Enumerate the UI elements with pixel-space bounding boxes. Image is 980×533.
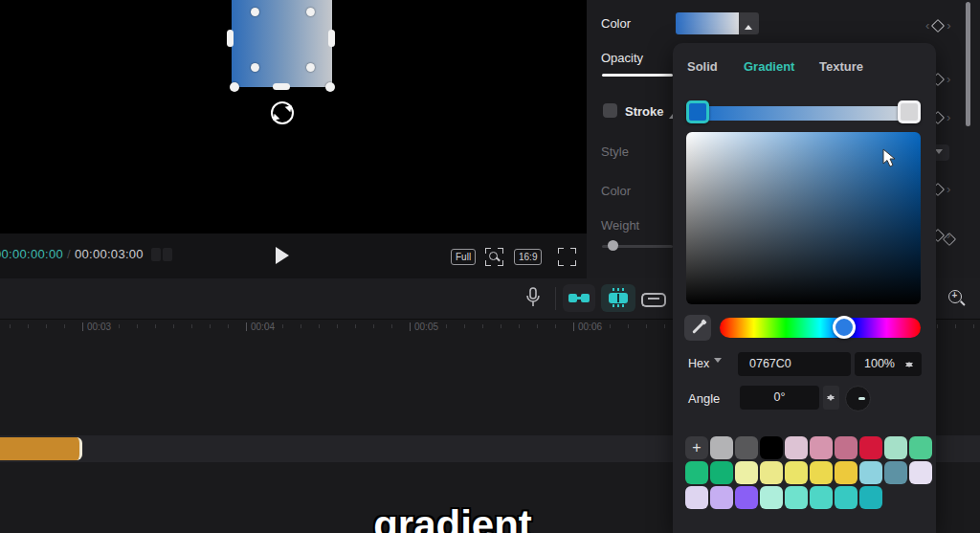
timeline-zoom-icon[interactable] <box>942 284 974 312</box>
angle-stepper[interactable] <box>823 386 839 410</box>
preview-control-bar: 00:00:00:00/00:00:03:00 Full 16:9 <box>0 233 587 278</box>
color-swatch[interactable] <box>760 436 783 459</box>
color-swatch[interactable] <box>710 486 733 509</box>
color-swatch[interactable] <box>859 486 882 509</box>
color-swatch[interactable] <box>710 461 733 484</box>
video-preview[interactable] <box>0 0 587 233</box>
ruler-tick <box>155 324 156 328</box>
microphone-icon[interactable] <box>524 287 542 308</box>
link-icon[interactable] <box>641 292 666 305</box>
swatch-grid: + <box>685 436 932 509</box>
gradient-rectangle-shape[interactable] <box>232 0 332 87</box>
fullscreen-icon[interactable] <box>558 248 576 266</box>
ruler-tick <box>137 324 138 328</box>
weight-row-label: Weight <box>601 218 639 233</box>
ruler-tick <box>173 324 174 328</box>
color-swatch[interactable] <box>884 461 907 484</box>
ruler-major-tick <box>573 322 574 331</box>
gradient-preview-swatch[interactable] <box>676 12 739 34</box>
color-swatch[interactable] <box>835 461 858 484</box>
color-swatch[interactable] <box>810 461 833 484</box>
color-swatch[interactable] <box>810 486 833 509</box>
shape-corner-handle[interactable] <box>325 82 335 92</box>
gradient-stop-track[interactable] <box>686 106 921 121</box>
color-swatch[interactable] <box>685 461 708 484</box>
tab-gradient[interactable]: Gradient <box>744 59 794 74</box>
angle-value-input[interactable]: 0° <box>740 386 819 410</box>
opacity-slider[interactable] <box>602 74 673 77</box>
auto-ripple-icon[interactable] <box>563 284 595 312</box>
chevron-down-icon <box>714 358 722 366</box>
color-swatch[interactable] <box>685 486 708 509</box>
color-picker-popup: Solid Gradient Texture Hex 0767C0 100% A… <box>673 43 936 533</box>
ruler-tick <box>937 324 938 328</box>
full-preview-button[interactable]: Full <box>451 249 476 265</box>
color-swatch[interactable] <box>810 436 833 459</box>
gradient-stop-end[interactable] <box>898 100 921 123</box>
ruler-tick <box>446 324 447 328</box>
tab-texture[interactable]: Texture <box>819 59 863 74</box>
next-keyframe-icon[interactable]: › <box>943 18 954 33</box>
shape-inner-handle[interactable] <box>306 63 315 72</box>
color-swatch[interactable] <box>710 436 733 459</box>
color-value-control[interactable] <box>676 12 759 34</box>
color-swatch[interactable] <box>760 486 783 509</box>
shape-inner-handle[interactable] <box>251 8 259 16</box>
shape-inner-handle[interactable] <box>306 8 315 16</box>
hex-value-input[interactable]: 0767C0 <box>738 352 851 376</box>
ruler-tick <box>482 324 483 328</box>
ruler-major-tick <box>82 322 83 331</box>
eyedropper-icon[interactable] <box>684 315 711 341</box>
angle-rotation-knob[interactable] <box>845 386 871 411</box>
stroke-checkbox[interactable] <box>603 103 617 118</box>
color-swatch[interactable] <box>835 486 858 509</box>
color-swatch[interactable] <box>909 461 932 484</box>
shape-inner-handle[interactable] <box>251 63 259 72</box>
color-swatch[interactable] <box>909 436 932 459</box>
ruler-time-label: 00:03 <box>87 322 111 332</box>
color-swatch[interactable] <box>835 436 858 459</box>
split-clip-icon[interactable] <box>601 284 635 312</box>
add-swatch-button[interactable]: + <box>685 436 708 459</box>
gradient-stop-start[interactable] <box>686 100 709 123</box>
shape-right-edge-handle[interactable] <box>328 30 335 47</box>
shape-corner-handle[interactable] <box>230 82 239 92</box>
swatch-row <box>685 461 932 484</box>
color-swatch[interactable] <box>884 436 907 459</box>
hue-slider[interactable] <box>720 318 921 338</box>
ruler-tick <box>337 324 338 328</box>
ruler-tick <box>646 324 647 328</box>
opacity-value-input[interactable]: 100% <box>855 352 922 376</box>
focus-zoom-icon[interactable] <box>485 248 503 266</box>
chevron-up-icon[interactable] <box>739 12 759 34</box>
color-swatch[interactable] <box>785 436 808 459</box>
mouse-cursor <box>882 148 897 168</box>
shape-left-edge-handle[interactable] <box>227 30 234 47</box>
swatch-row <box>685 486 932 509</box>
play-button[interactable] <box>276 247 289 264</box>
tab-solid[interactable]: Solid <box>687 59 718 74</box>
color-swatch[interactable] <box>785 486 808 509</box>
color-swatch[interactable] <box>735 436 758 459</box>
color-swatch[interactable] <box>760 461 783 484</box>
rotate-icon[interactable] <box>271 101 294 124</box>
color-swatch[interactable] <box>859 461 882 484</box>
timeline-clip[interactable] <box>0 437 82 460</box>
saturation-brightness-picker[interactable] <box>686 132 921 304</box>
panel-scrollbar[interactable] <box>966 2 970 126</box>
color-swatch[interactable] <box>785 461 808 484</box>
opacity-value: 100% <box>864 357 895 370</box>
color-swatch[interactable] <box>859 436 882 459</box>
opacity-stepper[interactable] <box>905 358 915 371</box>
ruler-time-label: 00:05 <box>414 322 438 332</box>
ruler-tick <box>28 324 29 328</box>
weight-slider-thumb[interactable] <box>608 240 618 251</box>
keyframe-nav-row: ‹› <box>922 16 955 30</box>
ruler-tick <box>119 324 120 328</box>
hex-mode-dropdown[interactable]: Hex <box>688 357 722 370</box>
shape-bottom-edge-handle[interactable] <box>273 83 290 90</box>
color-swatch[interactable] <box>735 486 758 509</box>
aspect-ratio-button[interactable]: 16:9 <box>514 249 542 265</box>
color-swatch[interactable] <box>735 461 758 484</box>
hue-slider-thumb[interactable] <box>833 316 856 339</box>
